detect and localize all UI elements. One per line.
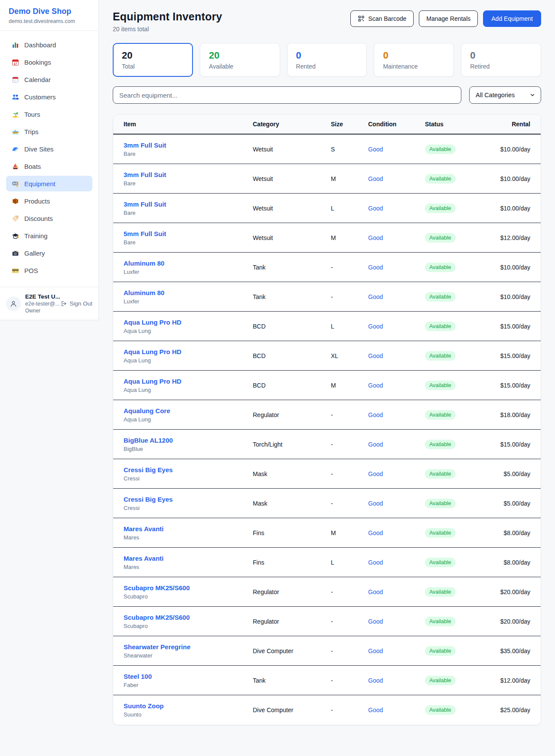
item-name-link[interactable]: Aqua Lung Pro HD	[124, 378, 253, 385]
sidebar-item-bookings[interactable]: 17Bookings	[6, 54, 92, 70]
item-brand: Bare	[124, 210, 253, 216]
item-name-link[interactable]: Steel 100	[124, 673, 253, 680]
wave-icon	[11, 145, 19, 153]
size-cell: -	[331, 441, 368, 448]
brand-title[interactable]: Demo Dive Shop	[9, 7, 90, 16]
sailboat-icon	[11, 162, 19, 170]
status-cell: Available	[425, 292, 486, 302]
sidebar-item-equipment[interactable]: Equipment	[6, 176, 92, 191]
column-header-status: Status	[425, 121, 486, 128]
item-name-link[interactable]: Cressi Big Eyes	[124, 496, 253, 503]
item-name-link[interactable]: Shearwater Peregrine	[124, 643, 253, 651]
sidebar-item-boats[interactable]: Boats	[6, 158, 92, 174]
sidebar-item-pos[interactable]: POS	[6, 263, 92, 278]
stat-card-available[interactable]: 20Available	[200, 43, 280, 77]
stat-card-rented[interactable]: 0Rented	[287, 43, 367, 77]
size-cell: M	[331, 382, 368, 389]
stat-card-total[interactable]: 20Total	[113, 43, 193, 77]
status-badge: Available	[425, 440, 456, 449]
add-equipment-button[interactable]: Add Equipment	[483, 10, 541, 27]
manage-rentals-button[interactable]: Manage Rentals	[419, 10, 478, 27]
search-input[interactable]	[113, 86, 461, 104]
status-cell: Available	[425, 469, 486, 479]
item-name-link[interactable]: 3mm Full Suit	[124, 141, 253, 149]
sidebar-item-calendar[interactable]: Calendar	[6, 72, 92, 87]
manage-rentals-label: Manage Rentals	[426, 15, 470, 22]
item-name-link[interactable]: Cressi Big Eyes	[124, 466, 253, 473]
sidebar-item-dive-sites[interactable]: Dive Sites	[6, 141, 92, 157]
stat-card-retired[interactable]: 0Retired	[461, 43, 541, 77]
size-cell: XL	[331, 352, 368, 359]
item-name-link[interactable]: Suunto Zoop	[124, 702, 253, 710]
category-select[interactable]: All Categories	[469, 86, 541, 104]
category-cell: Mask	[253, 500, 331, 507]
category-cell: BCD	[253, 382, 331, 389]
size-cell: L	[331, 323, 368, 330]
item-name-link[interactable]: BigBlue AL1200	[124, 437, 253, 444]
item-name-link[interactable]: Aqualung Core	[124, 407, 253, 414]
sidebar-item-discounts[interactable]: Discounts	[6, 210, 92, 226]
speedboat-icon	[11, 128, 19, 135]
rental-cell: $18.00/day	[486, 411, 530, 418]
item-name-link[interactable]: 3mm Full Suit	[124, 201, 253, 208]
item-brand: Luxfer	[124, 298, 253, 305]
status-badge: Available	[425, 292, 456, 302]
item-cell: Aqua Lung Pro HDAqua Lung	[124, 348, 253, 364]
item-brand: Aqua Lung	[124, 387, 253, 393]
scan-barcode-button[interactable]: Scan Barcode	[350, 10, 414, 27]
item-name-link[interactable]: Mares Avanti	[124, 525, 253, 532]
item-name-link[interactable]: Mares Avanti	[124, 555, 253, 562]
size-cell: M	[331, 234, 368, 241]
category-cell: Tank	[253, 677, 331, 684]
status-cell: Available	[425, 646, 486, 656]
column-header-size: Size	[331, 121, 368, 128]
size-cell: -	[331, 648, 368, 654]
header-actions: Scan Barcode Manage Rentals Add Equipmen…	[350, 10, 541, 27]
status-badge: Available	[425, 410, 456, 420]
condition-cell: Good	[368, 264, 425, 271]
status-cell: Available	[425, 617, 486, 626]
page-title: Equipment Inventory	[113, 10, 222, 23]
status-cell: Available	[425, 204, 486, 213]
qr-scan-icon	[358, 15, 365, 22]
table-row: 5mm Full SuitBareWetsuitMGoodAvailable$1…	[113, 223, 541, 253]
table-row: Mares AvantiMaresFinsLGoodAvailable$8.00…	[113, 548, 541, 577]
stat-value: 20	[122, 50, 184, 61]
size-cell: -	[331, 264, 368, 271]
sign-out-label: Sign Out	[69, 300, 92, 307]
sidebar-item-customers[interactable]: Customers	[6, 89, 92, 105]
sidebar-item-dashboard[interactable]: Dashboard	[6, 37, 92, 53]
item-name-link[interactable]: Scubapro MK25/S600	[124, 584, 253, 592]
sidebar-item-label: Bookings	[24, 59, 51, 66]
items-total-count: 20 items total	[113, 26, 222, 33]
scan-barcode-label: Scan Barcode	[368, 15, 406, 22]
item-name-link[interactable]: Aqua Lung Pro HD	[124, 348, 253, 355]
item-name-link[interactable]: Scubapro MK25/S600	[124, 614, 253, 621]
status-badge: Available	[425, 381, 456, 390]
status-cell: Available	[425, 499, 486, 508]
brand-domain: demo.test.divestreams.com	[9, 18, 90, 24]
item-name-link[interactable]: Aqua Lung Pro HD	[124, 319, 253, 326]
size-cell: -	[331, 470, 368, 477]
stat-label: Total	[122, 63, 184, 70]
table-row: Steel 100FaberTank-GoodAvailable$12.00/d…	[113, 666, 541, 695]
item-name-link[interactable]: 5mm Full Suit	[124, 230, 253, 237]
sidebar-item-trips[interactable]: Trips	[6, 124, 92, 139]
stat-value: 0	[296, 50, 358, 61]
category-cell: Wetsuit	[253, 234, 331, 241]
sidebar-item-label: POS	[24, 267, 38, 274]
sign-out-button[interactable]: Sign Out	[61, 300, 92, 307]
item-name-link[interactable]: Aluminum 80	[124, 289, 253, 296]
sidebar-item-tours[interactable]: Tours	[6, 106, 92, 122]
sidebar-item-gallery[interactable]: Gallery	[6, 245, 92, 261]
stat-card-maintenance[interactable]: 0Maintenance	[374, 43, 454, 77]
item-name-link[interactable]: Aluminum 80	[124, 260, 253, 267]
condition-cell: Good	[368, 441, 425, 448]
item-name-link[interactable]: 3mm Full Suit	[124, 171, 253, 178]
user-role: Owner	[25, 308, 56, 314]
sidebar-item-training[interactable]: Training	[6, 228, 92, 243]
rental-cell: $20.00/day	[486, 618, 530, 625]
condition-cell: Good	[368, 707, 425, 713]
sidebar-item-label: Boats	[24, 163, 41, 170]
sidebar-item-products[interactable]: Products	[6, 193, 92, 209]
